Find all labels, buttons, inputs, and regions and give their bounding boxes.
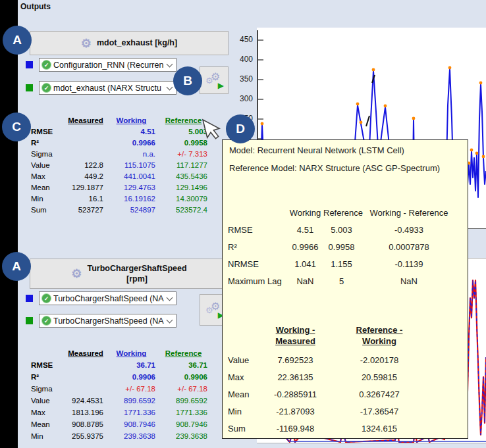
- cell: +/- 67.18: [105, 383, 157, 395]
- reference-model-dropdown[interactable]: ✓ mdot_exhaust (NARX Structu: [39, 81, 176, 95]
- output-header-mdot-exhaust[interactable]: ⚙ mdot_exhaust [kg/h]: [30, 31, 229, 55]
- cell: 16.19162: [105, 193, 157, 205]
- ytick-400: 400: [232, 55, 253, 64]
- diff-cell: 22.36135: [254, 369, 337, 386]
- col-working: Working: [105, 347, 157, 359]
- cell: 14.30079: [157, 193, 209, 205]
- cell: 255.9375: [66, 430, 105, 442]
- cell: 1771.336: [105, 407, 157, 418]
- check-circle-icon: ✓: [41, 316, 51, 326]
- metrics-cell: RMSE: [228, 222, 287, 239]
- run-model-button[interactable]: ⚙⚙▶: [200, 66, 229, 94]
- gears-run-icon: ⚙⚙▶: [205, 72, 223, 89]
- row-label: Max: [30, 171, 66, 182]
- row-label: Max: [30, 407, 66, 418]
- cell: 36.71: [157, 359, 209, 371]
- tooltip-reference-line: Reference Model: NARX Structure (ASC GP-…: [229, 163, 440, 173]
- output-header-label: mdot_exhaust [kg/h]: [97, 37, 177, 48]
- working-model-value: Configuration_RNN (Recurren: [53, 61, 166, 70]
- tooltip-metrics-table: Working Reference Working - Reference RM…: [228, 205, 464, 290]
- diff-cell: Max: [228, 369, 254, 386]
- gear-icon: ⚙: [81, 37, 92, 49]
- row-label: Value: [30, 160, 66, 171]
- metrics-col: Working: [287, 205, 323, 222]
- cell: +/- 7.313: [157, 149, 209, 160]
- reference-color-swatch: [26, 84, 33, 91]
- cell: 441.0041: [105, 171, 157, 182]
- annotation-circle-a2: A: [2, 252, 31, 281]
- cell: 0.9906: [157, 371, 209, 383]
- cell: [66, 126, 105, 137]
- reference-model-value-2: TurboChargerShaftSpeed (NA: [53, 316, 166, 326]
- cell: 122.8: [66, 160, 105, 171]
- cell: 899.6592: [157, 395, 209, 407]
- cell: 1813.196: [66, 407, 105, 418]
- cell: 924.4531: [66, 395, 105, 407]
- cell: 117.1277: [157, 160, 209, 171]
- diff-cell: -17.36547: [337, 403, 422, 420]
- metrics-cell: 4.51: [287, 222, 323, 239]
- gear-icon: ⚙: [71, 268, 82, 280]
- metrics-cell: -0.4933: [360, 222, 458, 239]
- metrics-cell: 0.0007878: [360, 239, 458, 256]
- check-circle-icon: ✓: [41, 60, 51, 70]
- chevron-down-icon: [167, 294, 173, 301]
- row-label: Min: [30, 430, 66, 442]
- cell: 239.3638: [157, 430, 209, 442]
- metrics-cell: 0.9966: [287, 239, 323, 256]
- cell: 449.2: [66, 171, 105, 182]
- cell: 36.71: [105, 359, 157, 371]
- cell: [66, 149, 105, 160]
- row-label: Sum: [30, 205, 66, 216]
- working-model-value-2: TurboChargerShaftSpeed (NA: [53, 294, 166, 303]
- cell: 115.1075: [105, 160, 157, 171]
- left-black-bar: [0, 0, 18, 448]
- output-header-label: TurboChargerShaftSpeed[rpm]: [87, 263, 186, 285]
- metrics-cell: R²: [228, 239, 287, 256]
- row-label: R²: [30, 137, 66, 149]
- annotation-circle-d: D: [226, 114, 255, 143]
- diff-cell: 20.59815: [337, 369, 422, 386]
- row-label: Mean: [30, 182, 66, 193]
- reference-model-dropdown-2[interactable]: ✓ TurboChargerShaftSpeed (NA: [39, 314, 176, 328]
- metrics-cell: 1.041: [287, 256, 323, 273]
- cell: 523727: [66, 205, 105, 216]
- col-measured: Measured: [66, 347, 105, 359]
- metrics-cell: NRMSE: [228, 256, 287, 273]
- cell: 523572.4: [157, 205, 209, 216]
- output-header-turbocharger[interactable]: ⚙ TurboChargerShaftSpeed[rpm]: [30, 259, 229, 289]
- row-label: RMSE: [30, 359, 66, 371]
- row-label: Sigma: [30, 149, 66, 160]
- cell: 239.3638: [105, 430, 157, 442]
- check-circle-icon: ✓: [41, 83, 51, 93]
- working-model-dropdown[interactable]: ✓ Configuration_RNN (Recurren: [39, 58, 176, 72]
- reference-color-swatch: [26, 317, 33, 324]
- row-label: Value: [30, 395, 66, 407]
- annotation-circle-b: B: [173, 66, 202, 95]
- working-model-dropdown-2[interactable]: ✓ TurboChargerShaftSpeed (NA: [39, 291, 176, 305]
- check-circle-icon: ✓: [41, 293, 51, 303]
- working-color-swatch: [26, 61, 33, 68]
- tooltip-diff-table: Value7.692523-2.020178 Max22.3613520.598…: [228, 352, 422, 437]
- cell: [66, 359, 105, 371]
- metrics-col: Working - Reference: [360, 205, 458, 222]
- ytick-450: 450: [232, 35, 253, 44]
- mouse-cursor: [201, 118, 227, 147]
- metrics-cell: 1.155: [323, 256, 360, 273]
- cell: 435.5436: [157, 171, 209, 182]
- cell: +/- 67.18: [157, 383, 209, 395]
- cell: n.a.: [105, 149, 157, 160]
- panel-title: Outputs: [20, 2, 51, 11]
- cell: 908.7946: [157, 418, 209, 430]
- cell: [66, 383, 105, 395]
- cell: 908.7946: [105, 418, 157, 430]
- chevron-down-icon: [167, 61, 173, 67]
- col-working: Working: [105, 115, 157, 126]
- metrics-cell: NaN: [360, 273, 458, 290]
- row-label: Min: [30, 193, 66, 205]
- diff-cell: -0.2885911: [254, 386, 337, 403]
- metrics-cell: NaN: [287, 273, 323, 290]
- col-reference: Reference: [157, 347, 209, 359]
- diff-cell: -21.87093: [254, 403, 337, 420]
- ytick-350: 350: [232, 74, 253, 84]
